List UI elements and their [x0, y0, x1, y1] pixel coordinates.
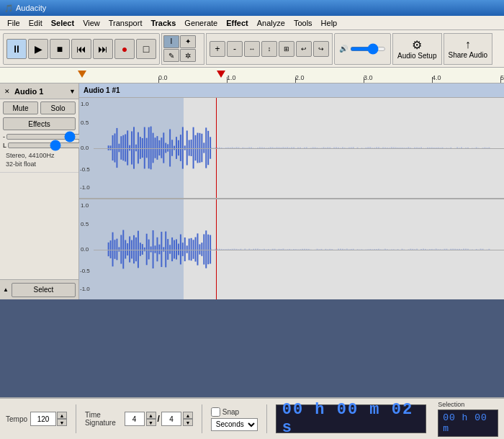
- time-sig-group: ▲ ▼ / ▲ ▼: [125, 412, 193, 426]
- multi-tool-button[interactable]: ✲: [180, 49, 196, 62]
- timer-value: 00 h 00 m 02 s: [282, 401, 420, 437]
- bottom-bar: Tempo ▲ ▼ Time Signature ▲ ▼ / ▲ ▼: [0, 397, 504, 439]
- main-content: ✕ Audio 1 ▼ Mute Solo Effects - +: [0, 83, 504, 299]
- collapse-button[interactable]: ▲: [3, 286, 9, 293]
- share-audio-label: Share Audio: [449, 51, 488, 59]
- stop-record-button[interactable]: □: [136, 39, 156, 59]
- menu-select[interactable]: Select: [47, 18, 78, 28]
- track-bottom-controls: ▲ Select: [0, 279, 78, 299]
- zoom-out-button[interactable]: -: [227, 41, 243, 57]
- tempo-up-button[interactable]: ▲: [57, 412, 67, 419]
- zoom-fit-v-button[interactable]: ↕: [261, 41, 277, 57]
- snap-checkbox[interactable]: [211, 407, 220, 417]
- ruler-mark-0: 0.0: [158, 74, 168, 81]
- app-title: Audacity: [16, 4, 46, 12]
- track-close-button[interactable]: ✕: [3, 87, 12, 96]
- time-sig-num-up[interactable]: ▲: [146, 412, 156, 419]
- undo-button[interactable]: ↩: [296, 41, 312, 57]
- selection-value: 00 h 00 m: [443, 412, 487, 434]
- y-label-1-0: 1.0: [81, 101, 89, 107]
- select-button[interactable]: Select: [12, 283, 76, 297]
- y-label-1-0-b: 1.0: [81, 202, 89, 209]
- ruler-area[interactable]: 0.0 1.0 2.0 3.0 4.0 5.0 6.0 7.0: [158, 67, 504, 83]
- timeline-marker-start[interactable]: [78, 71, 86, 78]
- zoom-section: + - ↔ ↕ ⊞ ↩ ↪: [206, 33, 333, 65]
- time-sig-num-input[interactable]: [125, 412, 145, 426]
- time-sig-den-down[interactable]: ▼: [183, 419, 193, 426]
- pan-row: L R: [3, 142, 76, 149]
- toolbar: ⏸ ▶ ■ ⏮ ⏭ ● □ I ✦ ✎ ✲ + - ↔ ↕ ⊞ ↩ ↪ 🔊 ⚙ …: [0, 30, 504, 68]
- separator-1: [76, 404, 76, 433]
- audio-setup-label: Audio Setup: [397, 52, 437, 60]
- zoom-toggle-button[interactable]: ⊞: [279, 41, 294, 57]
- time-sig-slash: /: [158, 414, 160, 424]
- separator-2: [202, 404, 202, 433]
- time-sig-num-down[interactable]: ▼: [146, 419, 156, 426]
- share-audio-button[interactable]: ↑ Share Audio: [444, 33, 493, 65]
- tempo-input[interactable]: [30, 412, 56, 426]
- separator-3: [266, 404, 267, 433]
- track-info-line1: Stereo, 44100Hz: [6, 152, 73, 160]
- envelope-tool-button[interactable]: ✦: [180, 35, 196, 48]
- volume-slider[interactable]: [350, 47, 386, 51]
- select-tool-button[interactable]: I: [163, 35, 179, 48]
- titlebar: 🎵 Audacity: [0, 0, 504, 16]
- menu-transport[interactable]: Transport: [104, 18, 147, 28]
- selection-group: Selection 00 h 00 m: [438, 401, 498, 437]
- track-dropdown-button[interactable]: ▼: [69, 88, 76, 95]
- y-label-0-5: 0.5: [81, 119, 89, 126]
- redo-button[interactable]: ↪: [313, 41, 329, 57]
- menu-effect[interactable]: Effect: [222, 18, 253, 28]
- record-button[interactable]: ●: [114, 39, 135, 59]
- snap-checkbox-row: Snap: [211, 407, 258, 417]
- menu-edit[interactable]: Edit: [24, 18, 47, 28]
- play-button[interactable]: ▶: [28, 39, 48, 59]
- y-label-neg-0-5-b: -0.5: [80, 268, 90, 274]
- timer-display: 00 h 00 m 02 s: [276, 404, 426, 433]
- menu-analyze[interactable]: Analyze: [253, 18, 289, 28]
- menu-generate[interactable]: Generate: [180, 18, 222, 28]
- solo-button[interactable]: Solo: [40, 101, 76, 114]
- tempo-down-button[interactable]: ▼: [57, 419, 67, 426]
- snap-section: Snap Seconds: [211, 407, 258, 431]
- mute-solo-row: Mute Solo: [3, 101, 76, 114]
- center-line-bottom: [94, 250, 504, 250]
- minus-label: -: [3, 133, 5, 140]
- snap-label: Snap: [222, 408, 239, 416]
- ruler-mark-2: 2.0: [295, 74, 305, 81]
- y-label-0-5-b: 0.5: [81, 221, 89, 227]
- menu-file[interactable]: File: [3, 18, 24, 28]
- transport-section: ⏸ ▶ ■ ⏮ ⏭ ● □: [3, 33, 160, 65]
- waveform-area[interactable]: Audio 1 #1 1.0 0.5 0.0 -0.5 -1.0: [79, 83, 504, 299]
- track-header: ✕ Audio 1 ▼: [0, 83, 78, 99]
- skip-fwd-button[interactable]: ⏭: [93, 39, 113, 59]
- center-line-top: [94, 148, 504, 149]
- menu-help[interactable]: Help: [317, 18, 342, 28]
- stop-button[interactable]: ■: [50, 39, 70, 59]
- menu-tracks[interactable]: Tracks: [146, 18, 180, 28]
- ruler-mark-4: 4.0: [432, 74, 441, 81]
- track-controls: Mute Solo Effects - + L R Stereo, 4410: [0, 99, 78, 173]
- pause-button[interactable]: ⏸: [6, 39, 27, 59]
- menu-view[interactable]: View: [78, 18, 104, 28]
- snap-unit-dropdown[interactable]: Seconds: [211, 418, 258, 431]
- audio-setup-button[interactable]: ⚙ Audio Setup: [392, 33, 442, 65]
- volume-section: 🔊: [334, 33, 391, 65]
- zoom-in-button[interactable]: +: [210, 41, 225, 57]
- time-sig-den-input[interactable]: [161, 412, 181, 426]
- time-sig-den-up[interactable]: ▲: [183, 412, 193, 419]
- tools-section: I ✦ ✎ ✲: [161, 33, 204, 65]
- mute-button[interactable]: Mute: [3, 101, 38, 114]
- tempo-section: Tempo ▲ ▼: [6, 412, 67, 426]
- track-info-line2: 32-bit float: [6, 160, 73, 169]
- selection-label: Selection: [438, 401, 464, 408]
- zoom-fit-button[interactable]: ↔: [244, 41, 260, 57]
- draw-tool-button[interactable]: ✎: [163, 49, 179, 62]
- menu-tools[interactable]: Tools: [289, 18, 317, 28]
- track-name: Audio 1: [14, 87, 66, 96]
- effects-button[interactable]: Effects: [3, 117, 76, 130]
- skip-back-button[interactable]: ⏮: [71, 39, 91, 59]
- clip-name: Audio 1 #1: [84, 86, 120, 94]
- time-sig-label: Time Signature: [85, 411, 122, 427]
- ruler-mark-3: 3.0: [364, 74, 373, 81]
